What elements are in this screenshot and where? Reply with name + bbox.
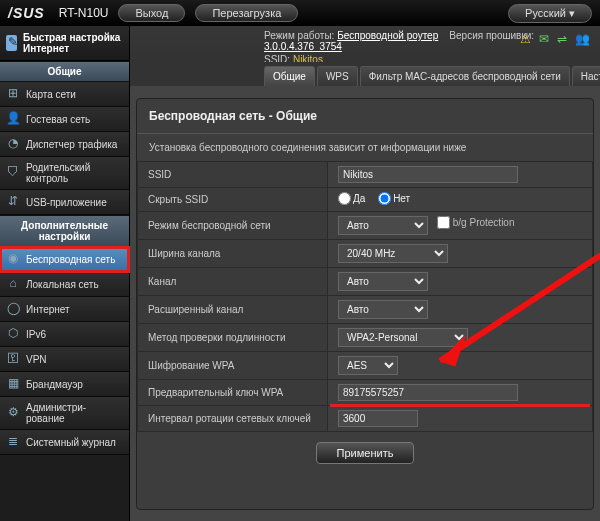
bg-protection-checkbox[interactable]: b/g Protection bbox=[437, 216, 515, 229]
panel-title: Беспроводная сеть - Общие bbox=[137, 99, 593, 129]
qis-button[interactable]: Быстрая настройка Интернет bbox=[0, 26, 129, 61]
language-select[interactable]: Русский ▾ bbox=[508, 4, 592, 23]
settings-panel: Беспроводная сеть - Общие Установка бесп… bbox=[136, 98, 594, 510]
mode-link[interactable]: Беспроводной роутер bbox=[337, 30, 438, 41]
home-icon: ⌂ bbox=[6, 277, 20, 291]
tab-radius[interactable]: Настройка RADIUS bbox=[572, 66, 600, 86]
sidebar-item-guest[interactable]: 👤Гостевая сеть bbox=[0, 107, 129, 132]
ext-channel-select[interactable]: Авто bbox=[338, 300, 428, 319]
lock-icon: ⚿ bbox=[6, 352, 20, 366]
sidebar-item-label: Гостевая сеть bbox=[26, 114, 90, 125]
tab-wps[interactable]: WPS bbox=[317, 66, 358, 86]
sidebar-item-label: Локальная сеть bbox=[26, 279, 99, 290]
fw-link[interactable]: 3.0.0.4.376_3754 bbox=[264, 41, 342, 52]
sidebar-item-label: VPN bbox=[26, 354, 47, 365]
row-label: Интервал ротации сетевых ключей bbox=[138, 406, 328, 432]
sidebar-item-wireless[interactable]: ◉Беспроводная сеть bbox=[0, 247, 129, 272]
logout-button[interactable]: Выход bbox=[118, 4, 185, 22]
sidebar-item-label: Родительский контроль bbox=[26, 162, 123, 184]
sidebar-item-usb[interactable]: ⇵USB-приложение bbox=[0, 190, 129, 215]
sidebar-item-label: Системный журнал bbox=[26, 437, 116, 448]
sidebar-item-firewall[interactable]: ▦Брандмауэр bbox=[0, 372, 129, 397]
wand-icon bbox=[6, 35, 17, 51]
row-label: Ширина канала bbox=[138, 240, 328, 268]
qis-label: Быстрая настройка Интернет bbox=[23, 32, 123, 54]
row-label: Расширенный канал bbox=[138, 296, 328, 324]
hide-ssid-yes[interactable]: Да bbox=[338, 192, 365, 205]
key-rotation-input[interactable] bbox=[338, 410, 418, 427]
alert-icon[interactable]: ⚠ bbox=[520, 32, 531, 46]
fire-icon: ▦ bbox=[6, 377, 20, 391]
ssid-input[interactable] bbox=[338, 166, 518, 183]
sidebar-item-vpn[interactable]: ⚿VPN bbox=[0, 347, 129, 372]
sidebar-item-label: IPv6 bbox=[26, 329, 46, 340]
usb-icon: ⇵ bbox=[6, 195, 20, 209]
wpa-key-input[interactable] bbox=[338, 384, 518, 401]
model-label: RT-N10U bbox=[59, 6, 109, 20]
apply-button[interactable]: Применить bbox=[316, 442, 415, 464]
sidebar: Быстрая настройка Интернет Общие ⊞Карта … bbox=[0, 26, 130, 521]
sidebar-item-label: Администри-рование bbox=[26, 402, 123, 424]
sidebar-item-label: Брандмауэр bbox=[26, 379, 83, 390]
gear-icon: ⚙ bbox=[6, 406, 20, 420]
usb-status-icon[interactable]: ⇌ bbox=[557, 32, 567, 46]
clock-icon: ◔ bbox=[6, 137, 20, 151]
client-icon[interactable]: 👥 bbox=[575, 32, 590, 46]
globe-icon: ◯ bbox=[6, 302, 20, 316]
sidebar-item-label: Беспроводная сеть bbox=[26, 254, 115, 265]
channel-width-select[interactable]: 20/40 MHz bbox=[338, 244, 448, 263]
row-label: Метод проверки подлинности bbox=[138, 324, 328, 352]
row-label: Режим беспроводной сети bbox=[138, 212, 328, 240]
content-area: Режим работы: Беспроводной роутер Версия… bbox=[130, 26, 600, 521]
comment-icon[interactable]: ✉ bbox=[539, 32, 549, 46]
log-icon: ≣ bbox=[6, 435, 20, 449]
user-icon: 👤 bbox=[6, 112, 20, 126]
brand-logo: /SUS bbox=[8, 5, 45, 21]
sidebar-item-admin[interactable]: ⚙Администри-рование bbox=[0, 397, 129, 430]
tab-macfilter[interactable]: Фильтр MAC-адресов беспроводной сети bbox=[360, 66, 570, 86]
mode-label: Режим работы: bbox=[264, 30, 334, 41]
highlight-underline bbox=[330, 404, 590, 407]
sidebar-item-network-map[interactable]: ⊞Карта сети bbox=[0, 82, 129, 107]
globe-icon: ⊞ bbox=[6, 87, 20, 101]
row-label: Скрыть SSID bbox=[138, 188, 328, 212]
top-bar: /SUS RT-N10U Выход Перезагрузка Русский … bbox=[0, 0, 600, 26]
panel-desc: Установка беспроводного соединения завис… bbox=[137, 142, 593, 161]
shield-icon: ⛉ bbox=[6, 166, 20, 180]
sidebar-item-label: Карта сети bbox=[26, 89, 76, 100]
sidebar-item-ipv6[interactable]: ⬡IPv6 bbox=[0, 322, 129, 347]
sidebar-item-label: Диспетчер трафика bbox=[26, 139, 117, 150]
sidebar-item-traffic[interactable]: ◔Диспетчер трафика bbox=[0, 132, 129, 157]
sidebar-item-syslog[interactable]: ≣Системный журнал bbox=[0, 430, 129, 455]
tab-general[interactable]: Общие bbox=[264, 66, 315, 86]
hide-ssid-no[interactable]: Нет bbox=[378, 192, 410, 205]
reboot-button[interactable]: Перезагрузка bbox=[195, 4, 298, 22]
wifi-icon: ◉ bbox=[6, 252, 20, 266]
ipv6-icon: ⬡ bbox=[6, 327, 20, 341]
wireless-mode-select[interactable]: Авто bbox=[338, 216, 428, 235]
row-label: SSID bbox=[138, 162, 328, 188]
sidebar-item-wan[interactable]: ◯Интернет bbox=[0, 297, 129, 322]
channel-select[interactable]: Авто bbox=[338, 272, 428, 291]
sidebar-item-parental[interactable]: ⛉Родительский контроль bbox=[0, 157, 129, 190]
tabs: Общие WPS Фильтр MAC-адресов беспроводно… bbox=[130, 62, 600, 86]
row-label: Предварительный ключ WPA bbox=[138, 380, 328, 406]
auth-method-select[interactable]: WPA2-Personal bbox=[338, 328, 468, 347]
sidebar-item-label: Интернет bbox=[26, 304, 70, 315]
sidebar-header-general: Общие bbox=[0, 61, 129, 82]
wpa-encryption-select[interactable]: AES bbox=[338, 356, 398, 375]
row-label: Канал bbox=[138, 268, 328, 296]
sidebar-item-label: USB-приложение bbox=[26, 197, 107, 208]
settings-table: SSID Скрыть SSID Да Нет Режим беспроводн… bbox=[137, 161, 593, 432]
sidebar-header-advanced: Дополнительные настройки bbox=[0, 215, 129, 247]
row-label: Шифрование WPA bbox=[138, 352, 328, 380]
sidebar-item-lan[interactable]: ⌂Локальная сеть bbox=[0, 272, 129, 297]
